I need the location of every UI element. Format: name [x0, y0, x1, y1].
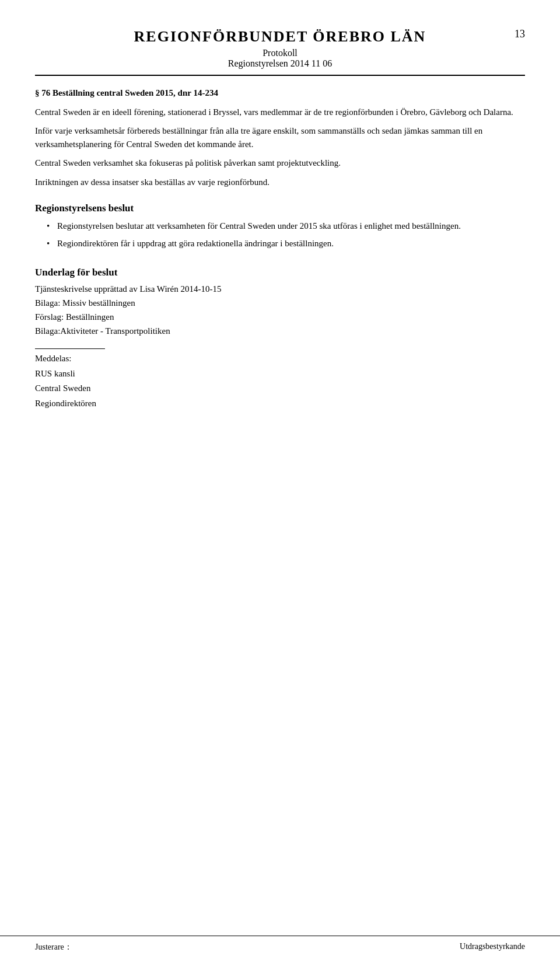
sub-header: Protokoll Regionstyrelsen 2014 11 06 [35, 48, 525, 69]
section-76-heading: § 76 Beställning central Sweden 2015, dn… [35, 88, 218, 97]
footer-utdrag: Utdragsbestyrkande [460, 942, 525, 952]
meddelas-line-3: Regiondirektören [35, 396, 525, 411]
underlag-line-1: Tjänsteskrivelse upprättad av Lisa Wirén… [35, 282, 525, 296]
underlag-line-3: Förslag: Beställningen [35, 310, 525, 324]
section-76-para2: Inför varje verksamhetsår förbereds best… [35, 124, 525, 151]
meddelas-line-1: RUS kansli [35, 367, 525, 382]
underlag-line-4: Bilaga:Aktiviteter - Transportpolitiken [35, 324, 525, 338]
section-76: § 76 Beställning central Sweden 2015, dn… [35, 86, 525, 189]
underlag-heading: Underlag för beslut [35, 267, 525, 278]
page: REGIONFÖRBUNDET ÖREBRO LÄN 13 Protokoll … [0, 0, 560, 970]
section-76-para4: Inriktningen av dessa insatser ska bestä… [35, 176, 525, 189]
decision-section: Regionstyrelsens beslut Regionstyrelsen … [35, 203, 525, 250]
header-divider [35, 75, 525, 76]
decision-heading: Regionstyrelsens beslut [35, 203, 525, 214]
meeting-date: Regionstyrelsen 2014 11 06 [35, 58, 525, 69]
meddelas-label: Meddelas: [35, 351, 525, 367]
section-76-para3: Central Sweden verksamhet ska fokuseras … [35, 156, 525, 170]
org-title: REGIONFÖRBUNDET ÖREBRO LÄN [58, 28, 502, 46]
page-number: 13 [502, 28, 525, 40]
decision-bullet-2: Regiondirektören får i uppdrag att göra … [47, 236, 525, 250]
protokoll-label: Protokoll [35, 48, 525, 58]
decision-bullet-1: Regionstyrelsen beslutar att verksamhete… [47, 219, 525, 233]
underlag-line-2: Bilaga: Missiv beställningen [35, 296, 525, 310]
header: REGIONFÖRBUNDET ÖREBRO LÄN 13 [35, 28, 525, 46]
underlag-section: Underlag för beslut Tjänsteskrivelse upp… [35, 267, 525, 338]
section-76-heading-para: § 76 Beställning central Sweden 2015, dn… [35, 86, 525, 100]
footer: Justerare： Utdragsbestyrkande [0, 936, 560, 952]
meddelas-divider [35, 348, 105, 349]
footer-justerare: Justerare： [35, 942, 72, 952]
decision-list: Regionstyrelsen beslutar att verksamhete… [35, 219, 525, 250]
section-76-para1: Central Sweden är en ideell förening, st… [35, 106, 525, 119]
meddelas-line-2: Central Sweden [35, 381, 525, 396]
meddelas-section: Meddelas: RUS kansli Central Sweden Regi… [35, 348, 525, 411]
